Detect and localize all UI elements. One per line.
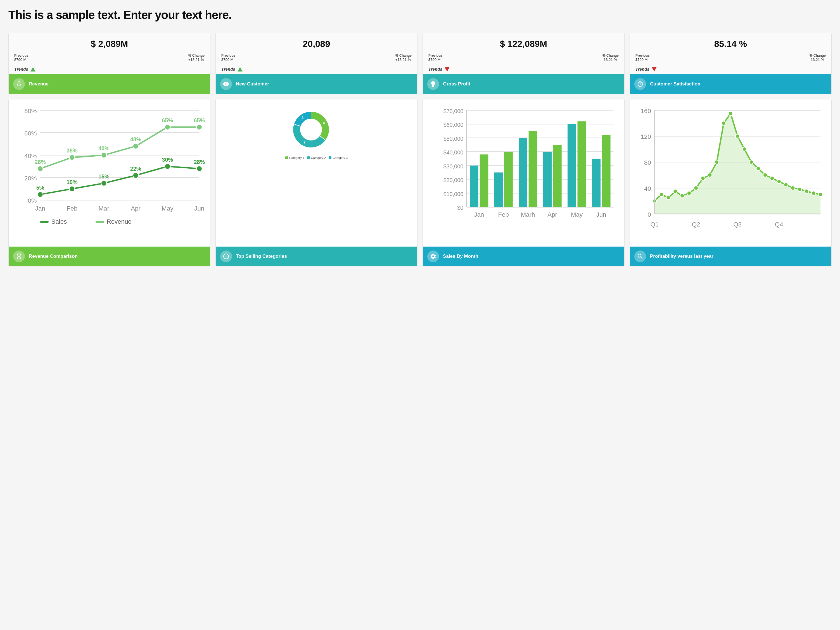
svg-rect-66 xyxy=(480,154,488,207)
legend-item: Category 3 xyxy=(328,156,347,159)
kpi-value: 85.14 % xyxy=(635,39,826,49)
svg-rect-75 xyxy=(553,145,562,207)
svg-text:28%: 28% xyxy=(35,159,46,165)
svg-rect-78 xyxy=(578,121,586,207)
kpi-previous-col: Previous $790 M xyxy=(428,54,443,62)
svg-text:7: 7 xyxy=(303,140,305,144)
previous-label: Previous xyxy=(14,54,28,58)
svg-point-117 xyxy=(812,191,816,195)
svg-point-18 xyxy=(69,186,75,192)
chart-card-top-selling: 473 Category 1 Category 2 Category 3 Top… xyxy=(215,99,417,266)
kpi-value: 20,089 xyxy=(221,39,412,49)
svg-text:20%: 20% xyxy=(24,175,37,182)
svg-point-32 xyxy=(101,153,107,158)
svg-text:Mar: Mar xyxy=(99,205,109,212)
svg-text:0%: 0% xyxy=(28,197,36,204)
svg-text:80: 80 xyxy=(644,159,651,166)
footer-label: New Customer xyxy=(236,81,269,87)
svg-rect-65 xyxy=(470,165,478,207)
svg-text:40%: 40% xyxy=(98,145,109,151)
svg-text:Jan: Jan xyxy=(474,211,484,218)
footer-label: Gross Profit xyxy=(443,81,470,87)
svg-point-96 xyxy=(666,196,670,200)
svg-point-112 xyxy=(777,180,781,184)
svg-text:28%: 28% xyxy=(194,159,205,165)
svg-text:Apr: Apr xyxy=(548,211,557,218)
svg-text:15%: 15% xyxy=(98,173,109,180)
card-footer[interactable]: Sales By Month xyxy=(423,247,624,266)
svg-point-97 xyxy=(673,189,677,193)
svg-point-22 xyxy=(133,173,139,178)
svg-text:0: 0 xyxy=(647,211,651,218)
kpi-meta: Previous $790 M % Change -13.21 % xyxy=(428,54,619,62)
svg-point-118 xyxy=(818,192,823,197)
previous-label: Previous xyxy=(221,54,235,58)
kpi-card-new-customer: 20,089 Previous $790 M % Change +13.21 %… xyxy=(215,33,417,94)
svg-rect-77 xyxy=(568,124,576,207)
donut-chart: 473 Category 1 Category 2 Category 3 xyxy=(219,103,413,162)
svg-point-116 xyxy=(805,189,809,193)
kpi-change-col: % Change -13.21 % xyxy=(603,54,619,62)
svg-text:Q3: Q3 xyxy=(733,221,742,228)
trends-row: Trends xyxy=(14,65,205,71)
svg-text:May: May xyxy=(571,211,583,218)
svg-point-111 xyxy=(770,176,774,180)
svg-rect-69 xyxy=(504,152,513,207)
card-footer[interactable]: Revenue xyxy=(9,74,210,94)
svg-point-100 xyxy=(694,186,698,190)
svg-text:80%: 80% xyxy=(24,107,37,115)
trend-arrow-down xyxy=(652,67,657,71)
change-label: % Change xyxy=(603,54,619,58)
card-footer[interactable]: New Customer xyxy=(216,74,417,94)
svg-point-103 xyxy=(715,160,719,164)
chart-body: 473 Category 1 Category 2 Category 3 xyxy=(216,99,417,247)
dashboard: $ 2,089M Previous $790 M % Change +13.21… xyxy=(8,33,832,266)
trends-label: Trends xyxy=(635,67,649,71)
svg-text:Feb: Feb xyxy=(67,205,77,212)
card-footer[interactable]: Revenue Comparison xyxy=(9,247,210,266)
svg-point-106 xyxy=(736,134,740,138)
svg-rect-42 xyxy=(96,221,104,223)
kpi-card-customer-satisfaction: 85.14 % Previous $790 M % Change -13.21 … xyxy=(630,33,832,94)
footer-icon xyxy=(13,250,25,262)
trend-arrow-down xyxy=(445,67,450,71)
svg-text:May: May xyxy=(161,205,174,212)
previous-value: $790 M xyxy=(428,58,443,62)
kpi-meta: Previous $790 M % Change +13.21 % xyxy=(14,54,205,62)
svg-text:$0: $0 xyxy=(457,205,463,211)
svg-text:22%: 22% xyxy=(130,165,141,172)
card-footer[interactable]: Gross Profit xyxy=(423,74,624,94)
kpi-card-revenue: $ 2,089M Previous $790 M % Change +13.21… xyxy=(8,33,210,94)
previous-label: Previous xyxy=(635,54,650,58)
svg-text:4: 4 xyxy=(323,121,325,125)
change-value: +13.21 % xyxy=(188,58,205,62)
change-value: -13.21 % xyxy=(603,58,619,62)
footer-label: Sales By Month xyxy=(443,254,478,259)
svg-text:Q4: Q4 xyxy=(775,221,783,228)
svg-rect-68 xyxy=(494,173,503,207)
footer-label: Revenue xyxy=(29,81,49,87)
footer-label: Profitability versus last year xyxy=(650,254,714,259)
card-footer[interactable]: Profitability versus last year xyxy=(630,247,831,266)
svg-text:65%: 65% xyxy=(194,117,205,123)
footer-label: Top Selling Categories xyxy=(236,254,287,259)
chart-card-revenue-comparison: 0%20%40%60%80%JanFebMarAprMayJun5%10%15%… xyxy=(8,99,210,266)
svg-point-24 xyxy=(165,164,171,169)
svg-text:Marh: Marh xyxy=(521,211,535,218)
kpi-card-gross-profit: $ 122,089M Previous $790 M % Change -13.… xyxy=(423,33,625,94)
legend-item: Category 1 xyxy=(285,156,304,159)
trend-arrow-up xyxy=(30,67,35,71)
trends-row: Trends xyxy=(428,65,619,71)
kpi-body: 20,089 Previous $790 M % Change +13.21 %… xyxy=(216,33,417,74)
trends-label: Trends xyxy=(221,67,235,71)
svg-point-99 xyxy=(687,191,692,195)
svg-text:40%: 40% xyxy=(24,153,37,159)
previous-value: $790 M xyxy=(221,58,235,62)
footer-icon xyxy=(634,250,646,262)
kpi-change-col: % Change -13.21 % xyxy=(810,54,826,62)
change-label: % Change xyxy=(810,54,826,58)
footer-icon xyxy=(13,78,25,90)
card-footer[interactable]: Top Selling Categories xyxy=(216,247,417,266)
svg-text:38%: 38% xyxy=(66,148,78,154)
card-footer[interactable]: Customer Satisfaction xyxy=(630,74,831,94)
